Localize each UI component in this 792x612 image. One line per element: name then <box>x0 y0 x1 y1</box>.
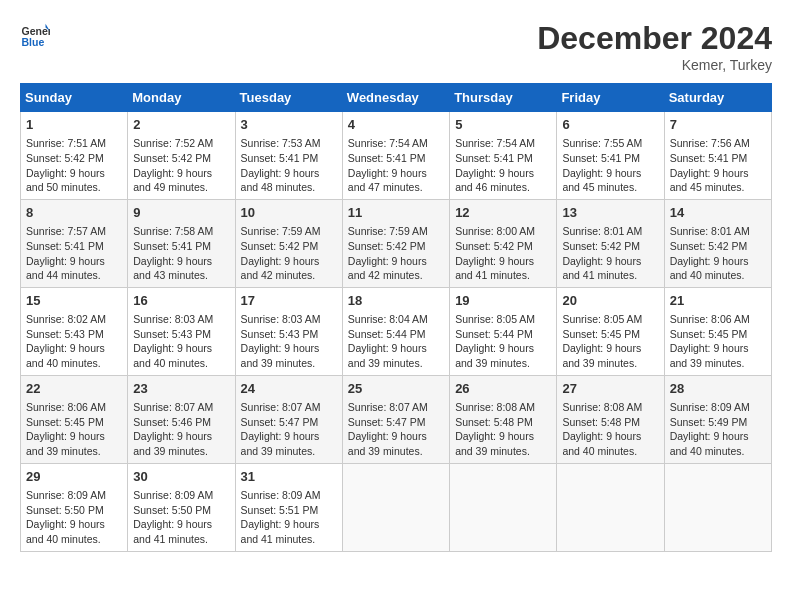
sunrise-label: Sunrise: 8:09 AM <box>133 489 213 501</box>
day-number: 15 <box>26 292 122 310</box>
sunset-label: Sunset: 5:41 PM <box>670 152 748 164</box>
calendar-cell: 10 Sunrise: 7:59 AM Sunset: 5:42 PM Dayl… <box>235 199 342 287</box>
sunset-label: Sunset: 5:45 PM <box>670 328 748 340</box>
day-header-tuesday: Tuesday <box>235 84 342 112</box>
sunset-label: Sunset: 5:43 PM <box>26 328 104 340</box>
sunrise-label: Sunrise: 8:06 AM <box>26 401 106 413</box>
sunset-label: Sunset: 5:43 PM <box>241 328 319 340</box>
calendar-cell <box>557 463 664 551</box>
sunrise-label: Sunrise: 7:53 AM <box>241 137 321 149</box>
day-number: 25 <box>348 380 444 398</box>
day-number: 29 <box>26 468 122 486</box>
sunrise-label: Sunrise: 7:59 AM <box>241 225 321 237</box>
day-number: 20 <box>562 292 658 310</box>
daylight-label: Daylight: 9 hours and 40 minutes. <box>670 430 749 457</box>
day-number: 7 <box>670 116 766 134</box>
sunrise-label: Sunrise: 8:06 AM <box>670 313 750 325</box>
sunrise-label: Sunrise: 8:03 AM <box>241 313 321 325</box>
sunset-label: Sunset: 5:42 PM <box>241 240 319 252</box>
sunrise-label: Sunrise: 8:07 AM <box>133 401 213 413</box>
calendar-cell: 24 Sunrise: 8:07 AM Sunset: 5:47 PM Dayl… <box>235 375 342 463</box>
daylight-label: Daylight: 9 hours and 39 minutes. <box>133 430 212 457</box>
sunrise-label: Sunrise: 8:05 AM <box>562 313 642 325</box>
daylight-label: Daylight: 9 hours and 42 minutes. <box>241 255 320 282</box>
daylight-label: Daylight: 9 hours and 45 minutes. <box>670 167 749 194</box>
daylight-label: Daylight: 9 hours and 40 minutes. <box>26 518 105 545</box>
sunset-label: Sunset: 5:42 PM <box>562 240 640 252</box>
calendar-cell: 20 Sunrise: 8:05 AM Sunset: 5:45 PM Dayl… <box>557 287 664 375</box>
sunset-label: Sunset: 5:44 PM <box>455 328 533 340</box>
day-number: 18 <box>348 292 444 310</box>
daylight-label: Daylight: 9 hours and 39 minutes. <box>562 342 641 369</box>
day-number: 10 <box>241 204 337 222</box>
day-number: 13 <box>562 204 658 222</box>
sunrise-label: Sunrise: 8:07 AM <box>241 401 321 413</box>
day-number: 9 <box>133 204 229 222</box>
calendar-cell <box>450 463 557 551</box>
day-number: 27 <box>562 380 658 398</box>
daylight-label: Daylight: 9 hours and 41 minutes. <box>455 255 534 282</box>
day-number: 28 <box>670 380 766 398</box>
calendar-cell: 14 Sunrise: 8:01 AM Sunset: 5:42 PM Dayl… <box>664 199 771 287</box>
daylight-label: Daylight: 9 hours and 48 minutes. <box>241 167 320 194</box>
sunset-label: Sunset: 5:41 PM <box>26 240 104 252</box>
calendar-cell: 4 Sunrise: 7:54 AM Sunset: 5:41 PM Dayli… <box>342 112 449 200</box>
calendar-cell <box>342 463 449 551</box>
day-number: 2 <box>133 116 229 134</box>
sunrise-label: Sunrise: 8:01 AM <box>562 225 642 237</box>
calendar-cell: 6 Sunrise: 7:55 AM Sunset: 5:41 PM Dayli… <box>557 112 664 200</box>
sunrise-label: Sunrise: 8:08 AM <box>455 401 535 413</box>
sunrise-label: Sunrise: 8:09 AM <box>670 401 750 413</box>
sunset-label: Sunset: 5:41 PM <box>562 152 640 164</box>
day-number: 24 <box>241 380 337 398</box>
sunrise-label: Sunrise: 8:02 AM <box>26 313 106 325</box>
calendar-cell: 1 Sunrise: 7:51 AM Sunset: 5:42 PM Dayli… <box>21 112 128 200</box>
sunrise-label: Sunrise: 7:57 AM <box>26 225 106 237</box>
daylight-label: Daylight: 9 hours and 39 minutes. <box>455 342 534 369</box>
logo-icon: General Blue <box>20 20 50 50</box>
calendar-cell: 17 Sunrise: 8:03 AM Sunset: 5:43 PM Dayl… <box>235 287 342 375</box>
sunset-label: Sunset: 5:49 PM <box>670 416 748 428</box>
day-number: 19 <box>455 292 551 310</box>
calendar-cell: 7 Sunrise: 7:56 AM Sunset: 5:41 PM Dayli… <box>664 112 771 200</box>
calendar-week-2: 8 Sunrise: 7:57 AM Sunset: 5:41 PM Dayli… <box>21 199 772 287</box>
daylight-label: Daylight: 9 hours and 39 minutes. <box>455 430 534 457</box>
sunrise-label: Sunrise: 8:03 AM <box>133 313 213 325</box>
sunset-label: Sunset: 5:41 PM <box>241 152 319 164</box>
day-number: 17 <box>241 292 337 310</box>
month-title: December 2024 <box>537 20 772 57</box>
sunrise-label: Sunrise: 7:56 AM <box>670 137 750 149</box>
day-number: 12 <box>455 204 551 222</box>
sunset-label: Sunset: 5:48 PM <box>562 416 640 428</box>
sunset-label: Sunset: 5:44 PM <box>348 328 426 340</box>
daylight-label: Daylight: 9 hours and 39 minutes. <box>26 430 105 457</box>
page-header: General Blue December 2024 Kemer, Turkey <box>20 20 772 73</box>
sunset-label: Sunset: 5:43 PM <box>133 328 211 340</box>
sunrise-label: Sunrise: 7:52 AM <box>133 137 213 149</box>
day-number: 14 <box>670 204 766 222</box>
calendar-week-3: 15 Sunrise: 8:02 AM Sunset: 5:43 PM Dayl… <box>21 287 772 375</box>
day-number: 26 <box>455 380 551 398</box>
day-header-saturday: Saturday <box>664 84 771 112</box>
calendar-cell: 11 Sunrise: 7:59 AM Sunset: 5:42 PM Dayl… <box>342 199 449 287</box>
sunset-label: Sunset: 5:47 PM <box>241 416 319 428</box>
calendar-cell: 31 Sunrise: 8:09 AM Sunset: 5:51 PM Dayl… <box>235 463 342 551</box>
location: Kemer, Turkey <box>537 57 772 73</box>
sunrise-label: Sunrise: 8:09 AM <box>241 489 321 501</box>
daylight-label: Daylight: 9 hours and 41 minutes. <box>562 255 641 282</box>
calendar-cell: 13 Sunrise: 8:01 AM Sunset: 5:42 PM Dayl… <box>557 199 664 287</box>
daylight-label: Daylight: 9 hours and 40 minutes. <box>670 255 749 282</box>
calendar-cell <box>664 463 771 551</box>
calendar-cell: 27 Sunrise: 8:08 AM Sunset: 5:48 PM Dayl… <box>557 375 664 463</box>
sunrise-label: Sunrise: 7:54 AM <box>348 137 428 149</box>
daylight-label: Daylight: 9 hours and 47 minutes. <box>348 167 427 194</box>
day-number: 16 <box>133 292 229 310</box>
calendar-cell: 19 Sunrise: 8:05 AM Sunset: 5:44 PM Dayl… <box>450 287 557 375</box>
calendar-cell: 23 Sunrise: 8:07 AM Sunset: 5:46 PM Dayl… <box>128 375 235 463</box>
daylight-label: Daylight: 9 hours and 43 minutes. <box>133 255 212 282</box>
calendar-week-1: 1 Sunrise: 7:51 AM Sunset: 5:42 PM Dayli… <box>21 112 772 200</box>
day-header-wednesday: Wednesday <box>342 84 449 112</box>
daylight-label: Daylight: 9 hours and 40 minutes. <box>26 342 105 369</box>
calendar-table: SundayMondayTuesdayWednesdayThursdayFrid… <box>20 83 772 552</box>
sunset-label: Sunset: 5:46 PM <box>133 416 211 428</box>
